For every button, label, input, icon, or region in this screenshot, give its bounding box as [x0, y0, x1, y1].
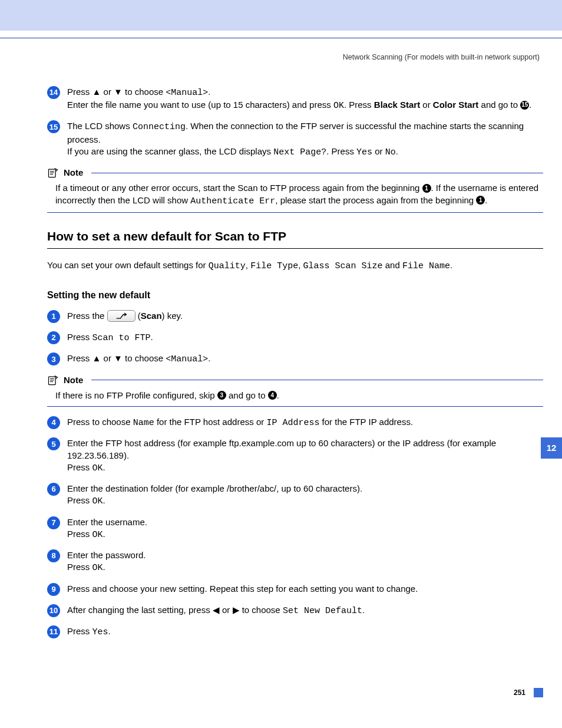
text: Press and choose your new setting. Repea…	[67, 584, 418, 594]
text: Press	[67, 529, 92, 539]
note-2-title: Note	[64, 374, 83, 386]
yes-literal: Yes	[356, 147, 372, 157]
text: .	[277, 390, 279, 400]
step-9-body: Press and choose your new setting. Repea…	[67, 583, 543, 596]
text: Press to choose	[67, 417, 133, 427]
step-badge-7: 7	[47, 516, 60, 529]
step-badge-11: 11	[47, 625, 60, 638]
step-14: 14 Press ▲ or ▼ to choose <Manual>. Ente…	[47, 86, 543, 113]
ref-badge-15: 15	[520, 101, 529, 110]
filetype-literal: File Type	[250, 261, 298, 271]
step-9: 9 Press and choose your new setting. Rep…	[47, 583, 543, 596]
step-badge-3: 3	[47, 353, 60, 365]
ok-literal: OK	[92, 563, 103, 573]
text: or	[101, 353, 114, 363]
text: If there is no FTP Profile configured, s…	[55, 390, 217, 400]
step-badge-9: 9	[47, 583, 60, 596]
note-2: Note If there is no FTP Profile configur…	[47, 374, 543, 407]
step-badge-8: 8	[47, 549, 60, 562]
step-badge-2: 2	[47, 331, 60, 344]
subheading: Setting the new default	[47, 289, 543, 302]
step-14-body: Press ▲ or ▼ to choose <Manual>. Enter t…	[67, 86, 543, 113]
note-1-title: Note	[64, 167, 83, 179]
text: The LCD shows	[67, 121, 133, 131]
note-icon	[47, 374, 59, 386]
left-arrow-icon: ◀	[213, 605, 220, 615]
text: Press	[67, 87, 92, 97]
step-1: 1 Press the (Scan) key.	[47, 310, 543, 323]
ok-literal: OK	[92, 463, 103, 473]
step-7-body: Enter the username. Press OK.	[67, 516, 543, 542]
chapter-tab: 12	[541, 437, 562, 459]
step-badge-1: 1	[47, 310, 60, 323]
chapter-header: Network Scanning (For models with built-…	[47, 52, 540, 62]
text: .	[103, 562, 105, 572]
step-11-body: Press Yes.	[67, 625, 543, 638]
text: . Press	[344, 100, 374, 110]
ok-literal: OK	[333, 101, 344, 111]
text: .	[108, 626, 111, 636]
ref-badge-1a: 1	[422, 184, 431, 193]
step-2-body: Press Scan to FTP.	[67, 331, 543, 344]
note-rule-icon	[91, 380, 543, 380]
text: Enter the password.	[67, 550, 146, 560]
top-band	[0, 0, 562, 31]
text: ,	[298, 260, 303, 270]
text: ,	[246, 260, 250, 270]
step-15: 15 The LCD shows Connecting. When the co…	[47, 120, 543, 159]
connecting-literal: Connecting	[133, 122, 186, 132]
down-arrow-icon: ▼	[114, 353, 123, 363]
text: .	[103, 462, 105, 472]
text: ) key.	[162, 311, 183, 321]
text: .	[103, 529, 105, 539]
text: Press	[67, 562, 92, 572]
text: and go to	[226, 390, 268, 400]
text: .	[208, 87, 210, 97]
step-10: 10 After changing the last setting, pres…	[47, 604, 543, 617]
step-1-body: Press the (Scan) key.	[67, 310, 543, 323]
text: After changing the last setting, press	[67, 605, 213, 615]
page-content: Network Scanning (For models with built-…	[0, 52, 562, 728]
step-6: 6 Enter the destination folder (for exam…	[47, 483, 543, 508]
text: and	[383, 260, 402, 270]
text: for the FTP IP address.	[319, 417, 413, 427]
text: .	[103, 495, 105, 505]
text: or	[420, 100, 433, 110]
text: You can set your own default settings fo…	[47, 260, 209, 270]
step-4-body: Press to choose Name for the FTP host ad…	[67, 416, 543, 429]
step-4: 4 Press to choose Name for the FTP host …	[47, 416, 543, 429]
text: . Press	[326, 146, 356, 156]
text: to choose	[123, 87, 166, 97]
manual-literal: <Manual>	[166, 354, 208, 364]
text: Press	[67, 626, 92, 636]
text: Enter the FTP host address (for example …	[67, 438, 496, 460]
section-intro: You can set your own default settings fo…	[47, 259, 543, 272]
color-start-label: Color Start	[433, 100, 479, 110]
step-3-body: Press ▲ or ▼ to choose <Manual>.	[67, 353, 543, 365]
step-badge-14: 14	[47, 86, 60, 99]
step-badge-10: 10	[47, 604, 60, 617]
text: or	[372, 146, 385, 156]
glasssize-literal: Glass Scan Size	[303, 261, 383, 271]
step-badge-15: 15	[47, 120, 60, 133]
text: If you are using the scanner glass, the …	[67, 146, 273, 156]
step-10-body: After changing the last setting, press ◀…	[67, 604, 543, 617]
text: (	[135, 311, 141, 321]
note-2-end-rule	[47, 406, 543, 407]
text: Enter the username.	[67, 517, 147, 527]
note-1-head: Note	[47, 167, 543, 179]
filename-literal: File Name	[402, 261, 450, 271]
step-11: 11 Press Yes.	[47, 625, 543, 638]
note-2-head: Note	[47, 374, 543, 386]
text: to choose	[240, 605, 283, 615]
text: .	[450, 260, 452, 270]
footer: 251	[47, 647, 543, 704]
scan-key-icon	[107, 310, 135, 322]
step-badge-5: 5	[47, 437, 60, 450]
text: Press the	[67, 311, 107, 321]
text: If a timeout or any other error occurs, …	[55, 183, 422, 193]
text: and go to	[478, 100, 520, 110]
step-15-body: The LCD shows Connecting. When the conne…	[67, 120, 543, 159]
note-1-body: If a timeout or any other error occurs, …	[55, 182, 541, 207]
note-icon	[47, 167, 59, 179]
